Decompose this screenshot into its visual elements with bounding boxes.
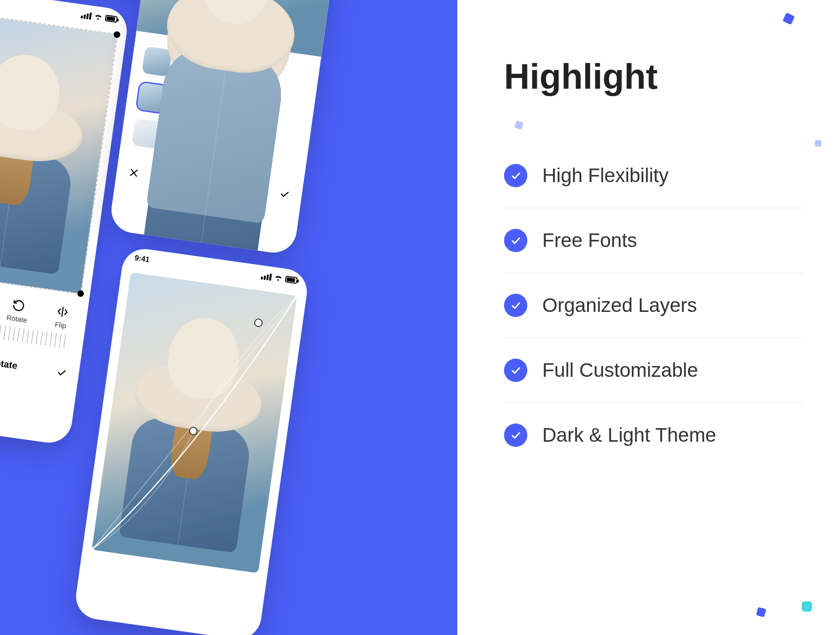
feature-label: High Flexibility [542, 164, 669, 187]
signal-icon [81, 11, 92, 20]
decorative-dot [756, 607, 766, 617]
status-time: 9:41 [134, 254, 150, 264]
highlight-panel: Highlight High Flexibility Free Fonts Or… [457, 0, 840, 635]
check-icon [504, 423, 527, 447]
confirm-icon[interactable] [56, 367, 68, 378]
flip-tool-button[interactable]: Flip [54, 304, 70, 330]
feature-label: Full Customizable [542, 359, 698, 381]
feature-list: High Flexibility Free Fonts Organized La… [504, 143, 803, 467]
crop-image-area[interactable] [0, 11, 117, 294]
phone-mockup-filters: Natural High Contrast Bright Creat [108, 0, 350, 255]
curves-image-area[interactable] [92, 272, 297, 573]
flip-icon [55, 304, 70, 319]
close-icon[interactable] [128, 167, 140, 178]
decorative-dot [514, 120, 524, 130]
crop-handle[interactable] [77, 290, 84, 297]
rotate-icon [11, 298, 26, 313]
check-icon [504, 229, 527, 252]
filter-thumbnail [132, 118, 162, 149]
battery-icon [285, 276, 298, 284]
confirm-icon[interactable] [279, 188, 290, 200]
decorative-dot [815, 140, 821, 147]
check-icon [504, 164, 527, 187]
rotate-tool-button[interactable]: Rotate [6, 298, 30, 325]
feature-item-theme: Dark & Light Theme [504, 403, 803, 467]
decorative-dot [783, 13, 795, 25]
filter-list: Natural High Contrast Bright [119, 31, 321, 183]
feature-item-layers: Organized Layers [504, 273, 803, 338]
filter-item-bright[interactable]: Bright [131, 114, 299, 173]
feature-item-fonts: Free Fonts [504, 208, 803, 273]
highlight-heading: Highlight [504, 56, 803, 97]
screen-title: Crop & Rotate [0, 352, 18, 371]
decorative-dot [802, 601, 812, 612]
check-icon [504, 294, 527, 317]
feature-label: Dark & Light Theme [542, 424, 716, 446]
signal-icon [261, 272, 272, 281]
mockups-panel: OVER 1202X630 AD 1200X628 9:41 [0, 0, 457, 635]
battery-icon [105, 14, 118, 22]
feature-label: Free Fonts [542, 229, 637, 252]
wifi-icon [274, 274, 283, 282]
curve-overlay [92, 272, 297, 573]
svg-line-4 [92, 272, 297, 573]
feature-label: Organized Layers [542, 294, 697, 317]
feature-item-customizable: Full Customizable [504, 338, 803, 403]
crop-handle[interactable] [113, 31, 121, 38]
photo-illustration [0, 29, 98, 255]
feature-item-flexibility: High Flexibility [504, 143, 803, 208]
phone-mockup-curves: 9:41 [73, 246, 310, 635]
wifi-icon [94, 13, 103, 21]
check-icon [504, 359, 527, 382]
